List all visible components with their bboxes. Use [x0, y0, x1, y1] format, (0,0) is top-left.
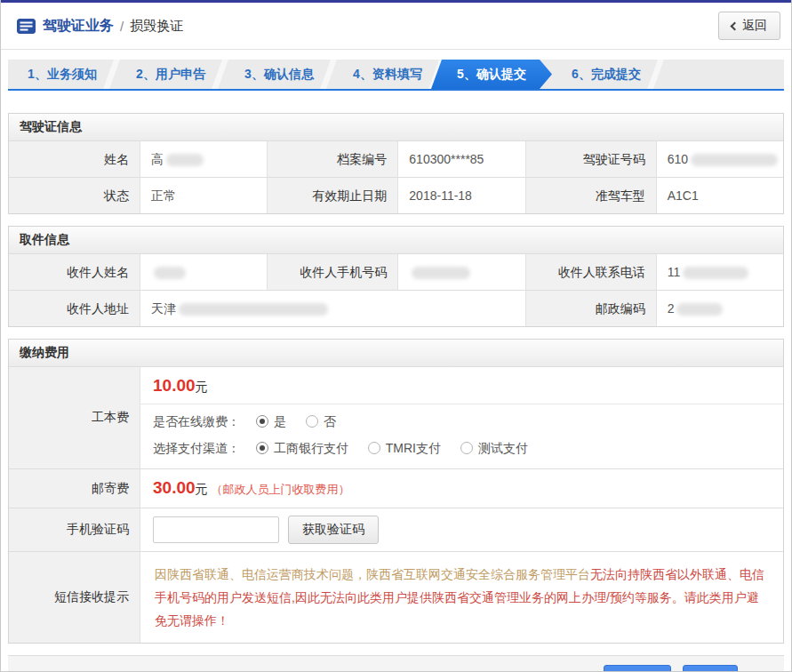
- postcode-label: 邮政编码: [525, 290, 656, 326]
- fees-section: 缴纳费用 工本费 10.00元 是否在线缴费： 是 否 选择支付渠道： 工商银行…: [8, 339, 784, 644]
- recipient-name-label: 收件人姓名: [9, 253, 140, 290]
- expiry-date-value: 2018-11-18: [397, 177, 524, 213]
- recipient-address-label: 收件人地址: [9, 290, 140, 326]
- chevron-left-icon: [731, 21, 740, 30]
- radio-channel-icbc[interactable]: [256, 442, 268, 454]
- radio-online-yes[interactable]: [256, 415, 268, 428]
- sms-tip-text-part1: 因陕西省联通、电信运营商技术问题，陕西省互联网交通安全综合服务管理平台: [155, 567, 590, 581]
- get-captcha-button[interactable]: 获取验证码: [288, 516, 379, 544]
- redacted-value: [676, 303, 723, 316]
- captcha-input[interactable]: [153, 516, 279, 543]
- production-fee-label: 工本费: [9, 366, 140, 468]
- sms-tip-cell: 因陕西省联通、电信运营商技术问题，陕西省互联网交通安全综合服务管理平台无法向持陕…: [140, 551, 783, 643]
- pickup-info-table: 收件人姓名 收件人手机号码 收件人联系电话 11 收件人地址 天津 邮政编码 2: [9, 253, 783, 326]
- step-1-business-notice: 1、业务须知: [8, 60, 116, 89]
- license-form-icon: [17, 19, 36, 34]
- fees-section-title: 缴纳费用: [9, 340, 783, 366]
- currency-unit: 元: [196, 482, 208, 496]
- redacted-value: [412, 267, 470, 279]
- recipient-mobile-value: [397, 253, 524, 290]
- currency-unit: 元: [196, 380, 208, 394]
- back-button[interactable]: 返回: [718, 12, 780, 40]
- footer-action-bar: 上一步 完成: [8, 655, 784, 672]
- radio-channel-test[interactable]: [460, 442, 473, 454]
- production-fee-amount: 10.00: [153, 376, 196, 395]
- recipient-mobile-label: 收件人手机号码: [267, 253, 397, 290]
- breadcrumb-separator: /: [120, 19, 124, 34]
- breadcrumb-current: 损毁换证: [130, 18, 183, 35]
- production-fee-cell: 10.00元 是否在线缴费： 是 否 选择支付渠道： 工商银行支付 TMRI支付…: [140, 366, 783, 468]
- online-yes-label: 是: [274, 414, 286, 428]
- redacted-value: [166, 154, 204, 166]
- payment-channel-question: 选择支付渠道：: [153, 441, 240, 455]
- recipient-name-value: [140, 253, 267, 290]
- channel-icbc-label: 工商银行支付: [274, 441, 348, 455]
- name-label: 姓名: [9, 140, 140, 177]
- file-number-label: 档案编号: [267, 140, 397, 177]
- recipient-address-value: 天津: [140, 290, 525, 326]
- step-5-confirm-submit-active: 5、确认提交: [431, 60, 552, 89]
- fees-table: 工本费 10.00元 是否在线缴费： 是 否 选择支付渠道： 工商银行支付 TM…: [9, 366, 783, 643]
- redacted-value: [154, 267, 186, 279]
- finish-button[interactable]: 完成: [683, 665, 738, 672]
- postage-fee-cell: 30.00元（邮政人员上门收取费用）: [140, 468, 783, 508]
- postcode-value: 2: [656, 290, 783, 326]
- previous-step-button[interactable]: 上一步: [604, 665, 671, 672]
- license-number-label: 驾驶证号码: [525, 140, 656, 177]
- step-bar-filler: [660, 60, 784, 89]
- online-payment-row: 是否在线缴费： 是 否: [153, 408, 771, 435]
- pickup-info-section: 取件信息 收件人姓名 收件人手机号码 收件人联系电话 11 收件人地址 天津 邮…: [8, 226, 784, 327]
- vehicle-class-label: 准驾车型: [525, 177, 656, 213]
- expiry-date-label: 有效期止日期: [267, 177, 397, 213]
- step-2-user-declaration: 2、用户申告: [116, 60, 225, 89]
- captcha-label: 手机验证码: [9, 508, 140, 551]
- status-value: 正常: [140, 177, 267, 213]
- radio-channel-tmri[interactable]: [368, 442, 380, 454]
- online-payment-question: 是否在线缴费：: [153, 414, 240, 428]
- redacted-value: [691, 154, 778, 166]
- postage-fee-label: 邮寄费: [9, 468, 140, 508]
- step-6-complete-submit: 6、完成提交: [552, 60, 660, 89]
- radio-online-no[interactable]: [306, 415, 318, 428]
- step-progress-bar: 1、业务须知 2、用户申告 3、确认信息 4、资料填写 5、确认提交 6、完成提…: [8, 60, 784, 91]
- channel-tmri-label: TMRI支付: [386, 441, 441, 455]
- captcha-cell: 获取验证码: [140, 508, 783, 551]
- license-section-title: 驾驶证信息: [9, 114, 783, 140]
- license-info-table: 姓名 高 档案编号 610300****85 驾驶证号码 610 状态 正常 有…: [9, 140, 783, 213]
- production-fee-amount-row: 10.00元: [140, 367, 783, 404]
- online-no-label: 否: [324, 414, 336, 428]
- status-label: 状态: [9, 177, 140, 213]
- postage-fee-amount: 30.00: [153, 478, 196, 497]
- sms-tip-label: 短信接收提示: [9, 551, 140, 643]
- page: 驾驶证业务 / 损毁换证 返回 1、业务须知 2、用户申告 3、确认信息 4、资…: [0, 0, 792, 672]
- channel-test-label: 测试支付: [478, 441, 528, 455]
- page-header: 驾驶证业务 / 损毁换证 返回: [1, 3, 791, 50]
- recipient-phone-value: 11: [656, 253, 783, 290]
- step-4-fill-data: 4、资料填写: [333, 60, 442, 89]
- step-3-confirm-info: 3、确认信息: [225, 60, 333, 89]
- payment-options: 是否在线缴费： 是 否 选择支付渠道： 工商银行支付 TMRI支付 测试支付: [140, 404, 783, 468]
- name-value: 高: [140, 140, 267, 177]
- file-number-value: 610300****85: [397, 140, 524, 177]
- redacted-value: [683, 267, 748, 279]
- license-number-value: 610: [656, 140, 783, 177]
- vehicle-class-value: A1C1: [656, 177, 783, 213]
- pickup-section-title: 取件信息: [9, 227, 783, 253]
- redacted-value: [179, 303, 328, 316]
- license-info-section: 驾驶证信息 姓名 高 档案编号 610300****85 驾驶证号码 610 状…: [8, 113, 784, 214]
- postage-fee-note: （邮政人员上门收取费用）: [212, 483, 350, 496]
- recipient-phone-label: 收件人联系电话: [525, 253, 656, 290]
- page-title: 驾驶证业务: [43, 17, 114, 36]
- payment-channel-row: 选择支付渠道： 工商银行支付 TMRI支付 测试支付: [153, 435, 771, 461]
- back-button-label: 返回: [742, 18, 767, 34]
